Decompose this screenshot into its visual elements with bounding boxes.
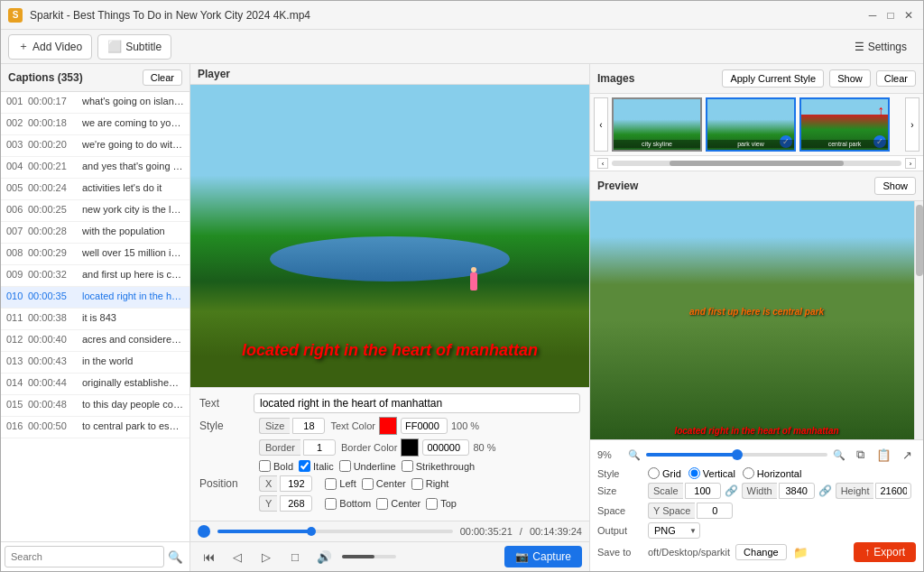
- player-controls: ⏮ ◁ ▷ □ 🔊 📷 Capture: [190, 541, 589, 571]
- change-button[interactable]: Change: [735, 544, 787, 560]
- caption-row[interactable]: 010 00:00:35 located right in the heart: [1, 287, 189, 309]
- right-panel: Images Apply Current Style Show Clear ‹ …: [589, 64, 923, 571]
- caption-row[interactable]: 015 00:00:48 to this day people come: [1, 395, 189, 417]
- minimize-button[interactable]: ─: [865, 8, 880, 23]
- caption-row[interactable]: 003 00:00:20 we're going to do with th: [1, 135, 189, 157]
- settings-label: Settings: [868, 41, 907, 53]
- right-checkbox[interactable]: [411, 478, 423, 490]
- preview-area: and first up here is central park locate…: [590, 201, 923, 439]
- vertical-radio[interactable]: [688, 467, 700, 479]
- volume-button[interactable]: 🔊: [313, 546, 335, 567]
- stop-button[interactable]: □: [284, 546, 306, 567]
- images-prev-button[interactable]: ‹: [594, 97, 608, 152]
- volume-slider[interactable]: [342, 555, 396, 558]
- search-icon-button[interactable]: 🔍: [164, 546, 186, 567]
- image-thumb-2[interactable]: park view: [706, 97, 796, 152]
- images-show-button[interactable]: Show: [829, 69, 871, 88]
- text-input[interactable]: [254, 393, 580, 413]
- scale-input[interactable]: [685, 483, 721, 499]
- caption-row[interactable]: 012 00:00:40 acres and considered one: [1, 330, 189, 352]
- text-color-hex[interactable]: [401, 418, 448, 434]
- bottom-checkbox[interactable]: [325, 498, 337, 510]
- scale-link-icon[interactable]: 🔗: [725, 484, 738, 497]
- captions-list: 001 00:00:17 what's going on island h 00…: [1, 92, 189, 541]
- preview-scrollbar[interactable]: [914, 201, 923, 439]
- copy-icon-button[interactable]: ⧉: [851, 446, 869, 464]
- main-content: Captions (353) Clear 001 00:00:17 what's…: [1, 64, 923, 571]
- yspace-input[interactable]: [697, 503, 733, 519]
- caption-row[interactable]: 011 00:00:38 it is 843: [1, 309, 189, 330]
- grid-radio[interactable]: [648, 467, 660, 479]
- y-label: Y: [259, 495, 277, 512]
- zoom-slider[interactable]: [646, 453, 827, 457]
- left-checkbox[interactable]: [325, 478, 337, 490]
- strikethrough-checkbox[interactable]: [402, 460, 413, 472]
- caption-row[interactable]: 004 00:00:21 and yes that's going to ir: [1, 157, 189, 179]
- skip-back-button[interactable]: ⏮: [198, 546, 219, 567]
- timeline-slider[interactable]: [217, 530, 453, 533]
- saveto-path: oft/Desktop/sparkit: [648, 547, 730, 558]
- image-thumb-3[interactable]: ↑ central park: [799, 97, 890, 152]
- caption-row[interactable]: 016 00:00:50 to central park to escape: [1, 417, 189, 438]
- zoom-out-icon[interactable]: 🔍: [628, 449, 641, 461]
- center2-checkbox[interactable]: [376, 498, 388, 510]
- apply-style-button[interactable]: Apply Current Style: [722, 69, 824, 88]
- border-color-hex[interactable]: [422, 439, 469, 456]
- caption-row[interactable]: 005 00:00:24 activities let's do it: [1, 179, 189, 200]
- caption-row[interactable]: 001 00:00:17 what's going on island h: [1, 92, 189, 114]
- add-video-button[interactable]: ＋ Add Video: [8, 34, 92, 60]
- capture-button[interactable]: 📷 Capture: [504, 546, 582, 567]
- scale-field-box: Scale: [648, 483, 721, 499]
- captions-clear-button[interactable]: Clear: [143, 69, 182, 86]
- images-clear-button[interactable]: Clear: [876, 70, 916, 87]
- scroll-right-button[interactable]: ›: [905, 158, 916, 169]
- folder-button[interactable]: 📁: [792, 543, 810, 561]
- zoom-in-icon[interactable]: 🔍: [833, 449, 845, 461]
- bold-checkbox[interactable]: [259, 460, 271, 472]
- caption-row[interactable]: 002 00:00:18 we are coming to you \N: [1, 114, 189, 135]
- width-input[interactable]: [779, 483, 815, 499]
- caption-row[interactable]: 006 00:00:25 new york city is the large: [1, 200, 189, 222]
- saveto-label: Save to: [597, 547, 642, 558]
- caption-row[interactable]: 014 00:00:44 originally established for: [1, 374, 189, 395]
- size-input[interactable]: [292, 418, 325, 434]
- underline-checkbox[interactable]: [339, 460, 351, 472]
- italic-checkbox[interactable]: [299, 460, 310, 472]
- paste-icon-button[interactable]: 📋: [874, 446, 892, 464]
- caption-row[interactable]: 009 00:00:32 and first up here is centr: [1, 265, 189, 287]
- search-input[interactable]: [5, 546, 164, 567]
- maximize-button[interactable]: □: [883, 8, 898, 23]
- x-input[interactable]: [280, 475, 312, 492]
- y-input[interactable]: [280, 495, 312, 512]
- caption-row[interactable]: 007 00:00:28 with the population: [1, 222, 189, 244]
- close-button[interactable]: ✕: [901, 8, 916, 23]
- images-scroll-thumb: [670, 161, 844, 166]
- scroll-left-button[interactable]: ‹: [597, 158, 608, 169]
- position-row-1: Position X Left Center: [199, 475, 580, 492]
- subtitle-button[interactable]: ⬜ Subtitle: [97, 34, 171, 60]
- images-scroll-track[interactable]: [612, 161, 901, 166]
- width-field-box: Width: [742, 483, 815, 499]
- images-next-button[interactable]: ›: [905, 97, 919, 152]
- horizontal-radio[interactable]: [743, 467, 754, 479]
- text-color-swatch[interactable]: [379, 417, 397, 435]
- border-color-swatch[interactable]: [401, 438, 419, 457]
- caption-row[interactable]: 008 00:00:29 well over 15 million in the: [1, 244, 189, 265]
- export-button[interactable]: ↑ Export: [854, 542, 916, 562]
- window-controls: ─ □ ✕: [865, 8, 916, 23]
- preview-show-button[interactable]: Show: [874, 177, 916, 195]
- output-select[interactable]: PNG JPG WebP: [648, 522, 700, 539]
- center-checkbox[interactable]: [362, 478, 374, 490]
- border-input[interactable]: [303, 439, 336, 456]
- step-back-button[interactable]: ◁: [226, 546, 248, 567]
- caption-row[interactable]: 013 00:00:43 in the world: [1, 352, 189, 374]
- share-icon-button[interactable]: ↗: [898, 446, 916, 464]
- top-checkbox[interactable]: [426, 498, 438, 510]
- caption-time: 00:00:21: [28, 160, 82, 171]
- caption-text: activities let's do it: [82, 181, 184, 193]
- play-button[interactable]: ▷: [255, 546, 277, 567]
- settings-button[interactable]: ☰ Settings: [845, 37, 916, 57]
- height-input[interactable]: [875, 483, 911, 499]
- width-link-icon[interactable]: 🔗: [818, 484, 832, 497]
- image-thumb-1[interactable]: city skyline: [612, 97, 702, 152]
